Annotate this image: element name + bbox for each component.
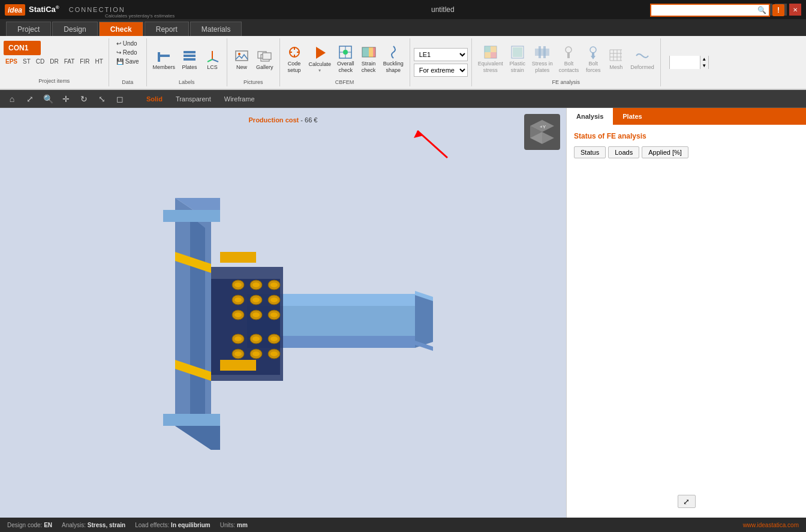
- pan-button[interactable]: ✛: [59, 92, 73, 106]
- analysis-value-text: Stress, strain: [88, 522, 125, 528]
- labels-group-label: Labels: [179, 78, 195, 85]
- warning-icon[interactable]: !: [772, 4, 784, 16]
- close-button[interactable]: ✕: [789, 4, 801, 16]
- value-down-button[interactable]: ▼: [700, 62, 708, 69]
- plates-tab[interactable]: Plates: [613, 108, 651, 125]
- tab-project[interactable]: Project: [6, 22, 51, 36]
- tab-materials[interactable]: Materials: [190, 22, 242, 36]
- load-effects-item: Load effects: In equilibrium: [135, 522, 210, 528]
- tab-check[interactable]: Check: [99, 22, 143, 36]
- home-button[interactable]: ⌂: [5, 92, 19, 106]
- code-setup-button[interactable]: Codesetup: [284, 43, 305, 75]
- solid-view-button[interactable]: Solid: [143, 94, 166, 104]
- svg-marker-52: [175, 426, 220, 450]
- overall-check-label: Overallcheck: [337, 61, 354, 74]
- strain-check-label: Straincheck: [362, 61, 376, 74]
- svg-line-7: [207, 59, 212, 62]
- zoom-extent-button[interactable]: ⤢: [23, 92, 37, 106]
- buckling-shape-button[interactable]: Bucklingshape: [381, 43, 406, 75]
- units-label: Units:: [220, 522, 236, 528]
- equivalent-stress-button[interactable]: Equivalentstress: [476, 43, 506, 75]
- svg-rect-12: [263, 53, 271, 59]
- type-tab-fat[interactable]: FAT: [62, 58, 77, 65]
- new-picture-button[interactable]: New: [231, 46, 252, 72]
- stress-in-plates-button[interactable]: Stress inplates: [530, 43, 555, 75]
- type-tab-ht[interactable]: HT: [93, 58, 104, 65]
- nav-cube[interactable]: +Y: [524, 114, 560, 150]
- value-input-group: 10.00 ▲ ▼: [661, 38, 714, 86]
- type-tab-fir[interactable]: FIR: [78, 58, 91, 65]
- units-item: Units: mm: [220, 522, 248, 528]
- plastic-strain-button[interactable]: Plasticstrain: [507, 43, 528, 75]
- rotate-button[interactable]: ↻: [77, 92, 91, 106]
- calculate-button[interactable]: Calculate ▾: [306, 43, 334, 74]
- calculate-label: Calculate: [309, 61, 332, 68]
- loads-button[interactable]: Loads: [608, 146, 639, 158]
- panel-content: Status of FE analysis Status Loads Appli…: [567, 125, 806, 485]
- connection-group: CON1 EPS ST CD DR FAT FIR HT Project ite…: [0, 38, 109, 86]
- lcs-button[interactable]: LCS: [202, 46, 223, 72]
- type-tab-eps[interactable]: EPS: [4, 58, 19, 65]
- le1-group: LE1 For extreme: [410, 38, 472, 86]
- type-tab-cd[interactable]: CD: [34, 58, 46, 65]
- svg-rect-25: [369, 47, 373, 57]
- analysis-tab[interactable]: Analysis: [567, 108, 613, 125]
- strain-check-button[interactable]: Straincheck: [358, 43, 380, 75]
- mesh-button[interactable]: Mesh: [605, 46, 627, 72]
- search-input[interactable]: [650, 4, 770, 17]
- save-icon: 💾: [116, 58, 124, 65]
- transparent-view-button[interactable]: Transparent: [172, 94, 215, 104]
- design-code-value-text: EN: [44, 522, 52, 528]
- applied-percent-button[interactable]: Applied [%]: [642, 146, 688, 158]
- svg-point-92: [270, 336, 278, 341]
- analysis-item: Analysis: Stress, strain: [62, 522, 125, 528]
- svg-marker-54: [163, 210, 220, 222]
- type-tab-dr[interactable]: DR: [48, 58, 60, 65]
- type-tabs: EPS ST CD DR FAT FIR HT: [4, 58, 105, 65]
- bolt-forces-icon: [585, 44, 602, 61]
- expand-button[interactable]: ⤢: [678, 495, 696, 508]
- deformed-button[interactable]: Deformed: [628, 46, 657, 72]
- redo-label: Redo: [123, 49, 137, 56]
- gallery-label: Gallery: [256, 64, 273, 71]
- gallery-button[interactable]: Gallery: [254, 46, 276, 72]
- connection-dropdown[interactable]: CON1: [4, 41, 41, 55]
- website-link[interactable]: www.ideastatica.com: [743, 522, 799, 528]
- svg-point-88: [234, 336, 242, 341]
- svg-point-96: [252, 351, 260, 356]
- stress-in-plates-label: Stress inplates: [532, 61, 553, 74]
- status-button[interactable]: Status: [574, 146, 606, 158]
- box-button[interactable]: ◻: [113, 92, 127, 106]
- svg-point-84: [252, 312, 260, 317]
- redo-button[interactable]: ↪ Redo: [114, 49, 142, 56]
- red-arrow-annotation: [405, 125, 453, 161]
- plates-button[interactable]: Plates: [179, 46, 200, 72]
- fit-button[interactable]: ⤡: [95, 92, 109, 106]
- type-tab-st[interactable]: ST: [21, 58, 32, 65]
- undo-label: Undo: [123, 40, 137, 47]
- bolt-forces-button[interactable]: Boltforces: [582, 43, 604, 75]
- overall-check-icon: [337, 44, 354, 61]
- fe-analysis-group: Equivalentstress Plasticstrain Stress in…: [472, 38, 661, 86]
- plastic-strain-icon: [509, 44, 526, 61]
- svg-point-78: [252, 297, 260, 302]
- members-button[interactable]: Members: [151, 46, 178, 72]
- value-input[interactable]: 10.00: [670, 56, 700, 69]
- viewport[interactable]: Production cost - 66 €: [0, 108, 566, 518]
- bolt-contacts-button[interactable]: Boltcontacts: [557, 43, 582, 75]
- extreme-dropdown[interactable]: For extreme: [414, 64, 468, 77]
- svg-rect-0: [158, 52, 160, 62]
- save-button[interactable]: 💾 Save: [114, 58, 142, 65]
- overall-check-button[interactable]: Overallcheck: [335, 43, 357, 75]
- wireframe-view-button[interactable]: Wireframe: [221, 94, 258, 104]
- undo-icon: ↩: [116, 40, 121, 47]
- le1-dropdown[interactable]: LE1: [414, 48, 468, 61]
- zoom-button[interactable]: 🔍: [41, 92, 55, 106]
- tab-design[interactable]: Design: [52, 22, 97, 36]
- undo-button[interactable]: ↩ Undo: [114, 40, 142, 47]
- svg-rect-34: [535, 49, 549, 56]
- tab-report[interactable]: Report: [145, 22, 189, 36]
- svg-rect-3: [184, 55, 196, 57]
- members-icon: [155, 47, 172, 64]
- value-up-button[interactable]: ▲: [700, 56, 708, 62]
